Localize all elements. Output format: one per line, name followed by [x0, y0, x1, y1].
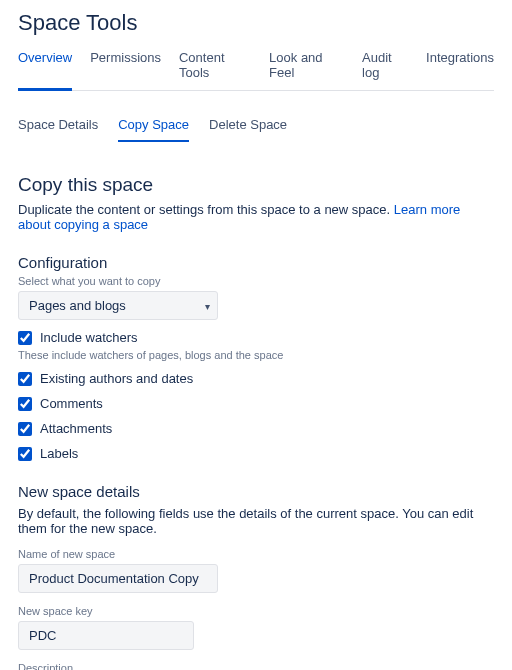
- include-watchers-row[interactable]: Include watchers: [18, 330, 494, 345]
- subtab-delete-space[interactable]: Delete Space: [209, 113, 287, 142]
- comments-checkbox[interactable]: [18, 397, 32, 411]
- key-label: New space key: [18, 605, 494, 617]
- new-space-desc: By default, the following fields use the…: [18, 506, 494, 536]
- tab-audit-log[interactable]: Audit log: [362, 44, 408, 90]
- attachments-checkbox[interactable]: [18, 422, 32, 436]
- labels-row[interactable]: Labels: [18, 446, 494, 461]
- tab-integrations[interactable]: Integrations: [426, 44, 494, 90]
- key-input[interactable]: [18, 621, 194, 650]
- new-space-title: New space details: [18, 483, 494, 500]
- subtab-space-details[interactable]: Space Details: [18, 113, 98, 142]
- config-helper: Select what you want to copy: [18, 275, 494, 287]
- authors-checkbox[interactable]: [18, 372, 32, 386]
- tab-permissions[interactable]: Permissions: [90, 44, 161, 90]
- comments-row[interactable]: Comments: [18, 396, 494, 411]
- desc-label: Description: [18, 662, 494, 670]
- page-title: Space Tools: [18, 10, 494, 36]
- tab-look-and-feel[interactable]: Look and Feel: [269, 44, 344, 90]
- watchers-helper: These include watchers of pages, blogs a…: [18, 349, 494, 361]
- sub-tabs: Space Details Copy Space Delete Space: [18, 113, 494, 146]
- copy-heading: Copy this space: [18, 174, 494, 196]
- authors-row[interactable]: Existing authors and dates: [18, 371, 494, 386]
- name-input[interactable]: [18, 564, 218, 593]
- labels-checkbox[interactable]: [18, 447, 32, 461]
- copy-desc: Duplicate the content or settings from t…: [18, 202, 494, 232]
- include-watchers-checkbox[interactable]: [18, 331, 32, 345]
- main-tabs: Overview Permissions Content Tools Look …: [18, 44, 494, 91]
- subtab-copy-space[interactable]: Copy Space: [118, 113, 189, 142]
- tab-overview[interactable]: Overview: [18, 44, 72, 91]
- copy-select[interactable]: Pages and blogs: [18, 291, 218, 320]
- attachments-row[interactable]: Attachments: [18, 421, 494, 436]
- config-title: Configuration: [18, 254, 494, 271]
- name-label: Name of new space: [18, 548, 494, 560]
- tab-content-tools[interactable]: Content Tools: [179, 44, 251, 90]
